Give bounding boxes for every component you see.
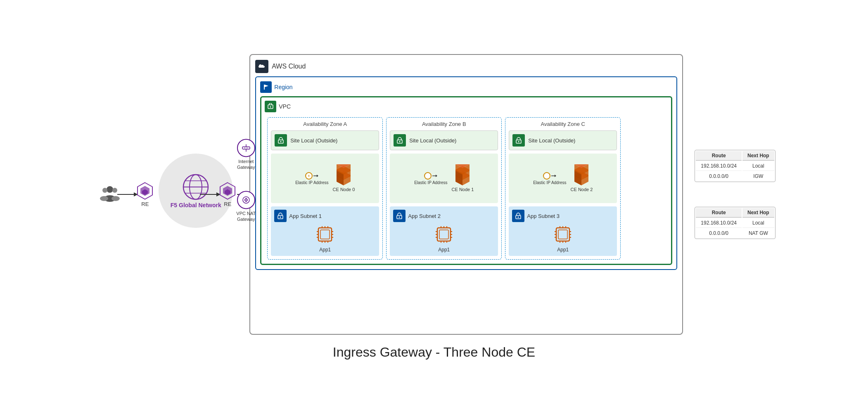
svg-point-3 [100,196,108,201]
app-label-b: App1 [438,247,450,253]
gateway-symbol [242,143,251,152]
svg-point-48 [280,217,281,218]
lock-blue-c [515,212,522,220]
elastic-ip-a: Elastic IP Address [295,172,328,185]
main-container: RE F5 Global Network [0,46,868,368]
site-local-subnet-c: Site Local (Outside) [509,130,617,150]
site-local-label-c: Site Local (Outside) [528,137,575,144]
ce-node-row-c: Elastic IP Address [533,164,593,192]
lock-icon-a [277,137,285,144]
diagram-area: RE F5 Global Network [8,54,860,335]
nat-symbol [242,196,251,205]
svg-point-31 [246,147,247,148]
app-subnet-header-b: App Subnet 2 [393,210,495,222]
site-local-subnet-a: Site Local (Outside) [271,130,379,150]
az-box-c: Availability Zone C Site Local (Ou [505,117,621,260]
arrow-elastic-c [551,174,556,178]
internet-gateway-icon [237,139,255,157]
svg-marker-24 [265,85,268,87]
lock-icon-b [396,137,403,144]
site-local-label-b: Site Local (Outside) [409,137,456,144]
route-top-2: 0.0.0.0/0 [696,172,742,181]
svg-point-92 [518,141,519,142]
app-subnet-a: App Subnet 1 [271,206,379,256]
svg-rect-50 [320,230,330,239]
elastic-ip-icon-row-b [424,172,437,180]
elastic-ip-icon-row-c [543,172,556,180]
lock-blue-b [396,212,403,220]
ce-cubes-svg-c [571,164,592,187]
svg-point-36 [280,141,282,142]
lock-blue-a [277,212,284,220]
elastic-ip-circle-b [424,172,432,180]
ce-cubes-svg-b [452,164,473,187]
route-top-1: 192.168.10.0/24 [696,161,742,171]
elastic-ip-label-a: Elastic IP Address [295,180,328,185]
svg-point-0 [107,186,113,193]
site-local-icon-a [275,134,287,147]
f5-network-section: RE F5 Global Network [92,87,249,302]
elastic-ip-b: Elastic IP Address [414,172,447,185]
route-header-bottom: Route [696,208,742,218]
site-local-icon-b [394,134,406,147]
app-subnet-icon-b [393,210,406,222]
svg-point-26 [270,106,271,108]
svg-point-32 [247,147,248,148]
nat-gateway-label: VPC NAT Gateway [232,211,259,223]
elastic-ip-icon-row-a [305,172,318,180]
users-group [100,184,120,205]
svg-rect-23 [264,85,265,90]
arrow-users-re [117,190,138,199]
ce-cubes-b: CE Node 1 [452,164,474,192]
route-tables-area: Route Next Hop 192.168.10.0/24 Local 0.0… [690,150,775,239]
nat-gateway-icon [237,191,255,209]
svg-point-2 [102,188,107,193]
app-subnet-icon-c [512,210,524,222]
ce-area-c: Elastic IP Address [509,154,617,203]
app-subnet-label-a: App Subnet 1 [289,213,322,219]
flag-icon [263,84,269,90]
region-icon [260,81,272,93]
app-subnet-icon-a [274,210,287,222]
site-local-label-a: Site Local (Outside) [290,137,337,144]
elastic-ip-label-c: Elastic IP Address [533,180,566,185]
az-c-title: Availability Zone C [509,121,617,127]
app-chip-a [316,225,334,244]
region-header: Region [260,81,672,93]
svg-point-104 [518,217,519,218]
route-row-top-2: 0.0.0.0/0 IGW [696,172,774,181]
az-box-a: Availability Zone A [267,117,383,260]
ce-area-b: Elastic IP Address [390,154,498,203]
app-subnet-label-c: App Subnet 3 [527,213,560,219]
nexthop-top-1: Local [742,161,774,171]
site-local-subnet-b: Site Local (Outside) [390,130,498,150]
elastic-ip-c: Elastic IP Address [533,172,566,185]
svg-point-30 [244,147,245,148]
app-subnet-header-c: App Subnet 3 [512,210,614,222]
aws-cloud-box: AWS Cloud Region [249,54,683,335]
internet-gateway-label: Internet Gateway [232,159,259,170]
az-b-title: Availability Zone B [390,121,498,127]
svg-rect-106 [558,230,567,239]
arrow-elastic-a [313,174,318,178]
zones-container: Availability Zone A [267,117,667,260]
svg-marker-38 [317,175,318,177]
app-label-c: App1 [557,247,569,253]
nexthop-bottom-1: Local [742,218,774,228]
route-row-top-1: 192.168.10.0/24 Local [696,161,774,171]
re-left: RE [137,182,153,207]
region-box: Region VPC [255,76,677,270]
re-left-label: RE [141,201,149,207]
ce-node-row-b: Elastic IP Address [414,164,474,192]
internet-gateway: Internet Gateway [232,139,259,170]
vpc-box: VPC [260,96,672,265]
vpc-icon [265,101,276,112]
aws-title: AWS Cloud [272,63,306,70]
route-header-top: Route [696,151,742,161]
nexthop-bottom-2: NAT GW [742,229,774,238]
gateway-column: Internet Gateway [232,139,259,222]
elastic-ip-circle-a [305,172,313,180]
svg-point-76 [399,217,400,218]
vpc-icon-svg [267,103,274,110]
svg-marker-94 [555,175,556,177]
